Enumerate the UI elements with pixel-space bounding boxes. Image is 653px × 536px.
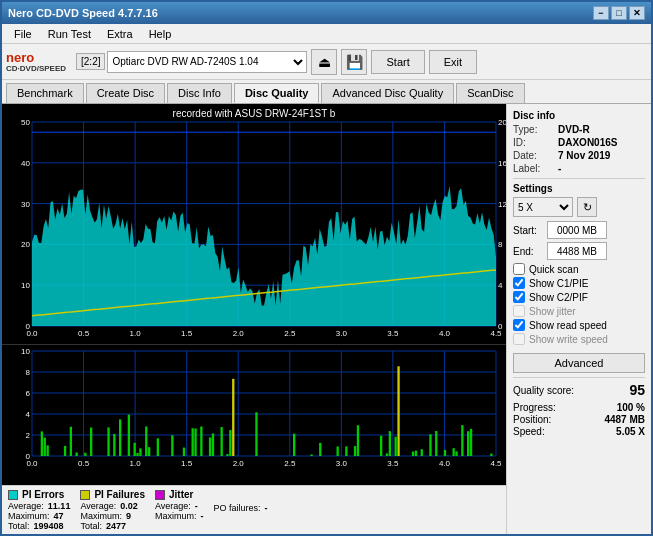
show-jitter-row[interactable]: Show jitter bbox=[513, 305, 645, 317]
quick-scan-label: Quick scan bbox=[529, 264, 578, 275]
tab-create-disc[interactable]: Create Disc bbox=[86, 83, 165, 103]
position-value: 4487 MB bbox=[604, 414, 645, 425]
upper-chart: recorded with ASUS DRW-24F1ST b bbox=[2, 104, 506, 345]
jitter-header: Jitter bbox=[155, 489, 204, 500]
progress-section: Progress: 100 % Position: 4487 MB Speed:… bbox=[513, 402, 645, 437]
divider-2 bbox=[513, 377, 645, 378]
quality-score-value: 95 bbox=[629, 382, 645, 398]
pif-total-value: 2477 bbox=[106, 521, 126, 531]
progress-label: Progress: bbox=[513, 402, 556, 413]
position-label: Position: bbox=[513, 414, 551, 425]
settings-title: Settings bbox=[513, 183, 645, 194]
pi-failures-label: PI Failures bbox=[94, 489, 145, 500]
speed-label: Speed: bbox=[513, 426, 545, 437]
end-input[interactable] bbox=[547, 242, 607, 260]
show-c1-label: Show C1/PIE bbox=[529, 278, 588, 289]
show-c2-checkbox[interactable] bbox=[513, 291, 525, 303]
show-read-speed-row[interactable]: Show read speed bbox=[513, 319, 645, 331]
jitter-max-label: Maximum: bbox=[155, 511, 197, 521]
pi-total-label: Total: bbox=[8, 521, 30, 531]
pi-failures-stats: PI Failures Average: 0.02 Maximum: 9 Tot… bbox=[80, 489, 145, 531]
eject-button[interactable]: ⏏ bbox=[311, 49, 337, 75]
jitter-avg-label: Average: bbox=[155, 501, 191, 511]
show-jitter-checkbox[interactable] bbox=[513, 305, 525, 317]
title-bar: Nero CD-DVD Speed 4.7.7.16 − □ ✕ bbox=[2, 2, 651, 24]
start-button[interactable]: Start bbox=[371, 50, 424, 74]
start-field: Start: bbox=[513, 221, 645, 239]
show-c2-row[interactable]: Show C2/PIF bbox=[513, 291, 645, 303]
menu-extra[interactable]: Extra bbox=[99, 26, 141, 42]
pi-failures-color bbox=[80, 490, 90, 500]
date-label: Date: bbox=[513, 150, 558, 161]
show-write-speed-checkbox[interactable] bbox=[513, 333, 525, 345]
minimize-button[interactable]: − bbox=[593, 6, 609, 20]
show-c1-row[interactable]: Show C1/PIE bbox=[513, 277, 645, 289]
date-value: 7 Nov 2019 bbox=[558, 150, 610, 161]
toolbar: nero CD·DVD/SPEED [2:2] Optiarc DVD RW A… bbox=[2, 44, 651, 80]
quick-scan-checkbox[interactable] bbox=[513, 263, 525, 275]
disc-type-row: Type: DVD-R bbox=[513, 124, 645, 135]
show-c1-checkbox[interactable] bbox=[513, 277, 525, 289]
po-failures-stats: PO failures: - bbox=[213, 503, 267, 531]
drive-select-area: [2:2] Optiarc DVD RW AD-7240S 1.04 bbox=[76, 51, 307, 73]
menu-run-test[interactable]: Run Test bbox=[40, 26, 99, 42]
logo: nero CD·DVD/SPEED bbox=[6, 51, 66, 73]
pif-total-label: Total: bbox=[80, 521, 102, 531]
save-button[interactable]: 💾 bbox=[341, 49, 367, 75]
jitter-max-value: - bbox=[200, 511, 203, 521]
label-value: - bbox=[558, 163, 561, 174]
id-value: DAXON016S bbox=[558, 137, 617, 148]
tab-disc-info[interactable]: Disc Info bbox=[167, 83, 232, 103]
progress-value: 100 % bbox=[617, 402, 645, 413]
type-label: Type: bbox=[513, 124, 558, 135]
show-jitter-label: Show jitter bbox=[529, 306, 576, 317]
menu-help[interactable]: Help bbox=[141, 26, 180, 42]
pi-total-value: 199408 bbox=[34, 521, 64, 531]
speed-row: Speed: 5.05 X bbox=[513, 426, 645, 437]
stats-bar: PI Errors Average: 11.11 Maximum: 47 Tot… bbox=[2, 485, 506, 534]
tab-benchmark[interactable]: Benchmark bbox=[6, 83, 84, 103]
show-read-speed-checkbox[interactable] bbox=[513, 319, 525, 331]
content-area: recorded with ASUS DRW-24F1ST b PI Error… bbox=[2, 104, 651, 534]
id-label: ID: bbox=[513, 137, 558, 148]
maximize-button[interactable]: □ bbox=[611, 6, 627, 20]
show-write-speed-row[interactable]: Show write speed bbox=[513, 333, 645, 345]
speed-select[interactable]: 5 X bbox=[513, 197, 573, 217]
pi-errors-header: PI Errors bbox=[8, 489, 70, 500]
show-c2-label: Show C2/PIF bbox=[529, 292, 588, 303]
close-button[interactable]: ✕ bbox=[629, 6, 645, 20]
chart-title: recorded with ASUS DRW-24F1ST b bbox=[171, 106, 338, 121]
advanced-button[interactable]: Advanced bbox=[513, 353, 645, 373]
pi-errors-label: PI Errors bbox=[22, 489, 64, 500]
main-window: Nero CD-DVD Speed 4.7.7.16 − □ ✕ File Ru… bbox=[0, 0, 653, 536]
window-title: Nero CD-DVD Speed 4.7.7.16 bbox=[8, 7, 593, 19]
tab-advanced-disc-quality[interactable]: Advanced Disc Quality bbox=[321, 83, 454, 103]
pi-errors-color bbox=[8, 490, 18, 500]
show-read-speed-label: Show read speed bbox=[529, 320, 607, 331]
pi-avg-value: 11.11 bbox=[48, 501, 71, 511]
tab-scan-disc[interactable]: ScanDisc bbox=[456, 83, 524, 103]
drive-dropdown[interactable]: Optiarc DVD RW AD-7240S 1.04 bbox=[107, 51, 307, 73]
refresh-button[interactable]: ↻ bbox=[577, 197, 597, 217]
start-input[interactable] bbox=[547, 221, 607, 239]
chart-area: recorded with ASUS DRW-24F1ST b PI Error… bbox=[2, 104, 506, 534]
pif-avg-value: 0.02 bbox=[120, 501, 138, 511]
menu-file[interactable]: File bbox=[6, 26, 40, 42]
tab-disc-quality[interactable]: Disc Quality bbox=[234, 83, 320, 103]
pi-max-value: 47 bbox=[54, 511, 64, 521]
end-label: End: bbox=[513, 246, 543, 257]
drive-label: [2:2] bbox=[76, 53, 105, 70]
progress-row: Progress: 100 % bbox=[513, 402, 645, 413]
type-value: DVD-R bbox=[558, 124, 590, 135]
disc-info-title: Disc info bbox=[513, 110, 645, 121]
pi-failures-header: PI Failures bbox=[80, 489, 145, 500]
speed-value: 5.05 X bbox=[616, 426, 645, 437]
quality-score-row: Quality score: 95 bbox=[513, 382, 645, 398]
pif-max-label: Maximum: bbox=[80, 511, 122, 521]
exit-button[interactable]: Exit bbox=[429, 50, 477, 74]
speed-setting-row: 5 X ↻ bbox=[513, 197, 645, 217]
end-field: End: bbox=[513, 242, 645, 260]
divider-1 bbox=[513, 178, 645, 179]
quick-scan-row[interactable]: Quick scan bbox=[513, 263, 645, 275]
pi-avg-label: Average: bbox=[8, 501, 44, 511]
